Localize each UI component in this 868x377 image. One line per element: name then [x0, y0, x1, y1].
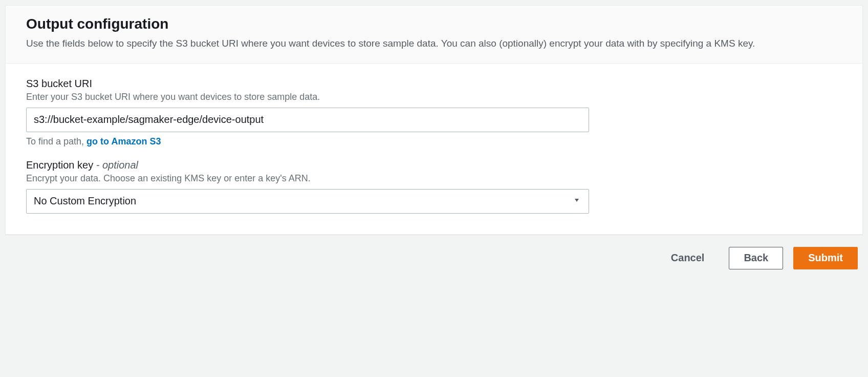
encryption-key-field: Encryption key - optional Encrypt your d…: [26, 159, 589, 214]
s3-bucket-uri-field: S3 bucket URI Enter your S3 bucket URI w…: [26, 78, 589, 147]
panel-title: Output configuration: [26, 16, 842, 32]
go-to-amazon-s3-link[interactable]: go to Amazon S3: [86, 136, 161, 146]
s3-bucket-uri-input[interactable]: [26, 108, 589, 132]
s3-constraint-text: To find a path, go to Amazon S3: [26, 136, 589, 147]
cancel-button[interactable]: Cancel: [657, 247, 719, 269]
encryption-key-select-wrapper: No Custom Encryption: [26, 189, 589, 214]
encryption-key-label: Encryption key - optional: [26, 159, 589, 171]
encryption-key-description: Encrypt your data. Choose an existing KM…: [26, 173, 589, 184]
submit-button[interactable]: Submit: [793, 247, 858, 269]
s3-bucket-uri-description: Enter your S3 bucket URI where you want …: [26, 92, 589, 102]
panel-body: S3 bucket URI Enter your S3 bucket URI w…: [6, 64, 862, 234]
s3-bucket-uri-label: S3 bucket URI: [26, 78, 589, 90]
encryption-key-label-main: Encryption key: [26, 159, 96, 171]
encryption-key-select[interactable]: No Custom Encryption: [26, 189, 589, 214]
s3-constraint-prefix: To find a path,: [26, 136, 86, 146]
panel-description: Use the fields below to specify the S3 b…: [26, 36, 842, 51]
encryption-key-label-optional: - optional: [96, 159, 138, 171]
back-button[interactable]: Back: [729, 247, 783, 269]
action-button-row: Cancel Back Submit: [5, 235, 863, 275]
panel-header: Output configuration Use the fields belo…: [6, 6, 862, 64]
encryption-key-selected-value: No Custom Encryption: [34, 195, 136, 207]
output-configuration-panel: Output configuration Use the fields belo…: [5, 5, 863, 235]
